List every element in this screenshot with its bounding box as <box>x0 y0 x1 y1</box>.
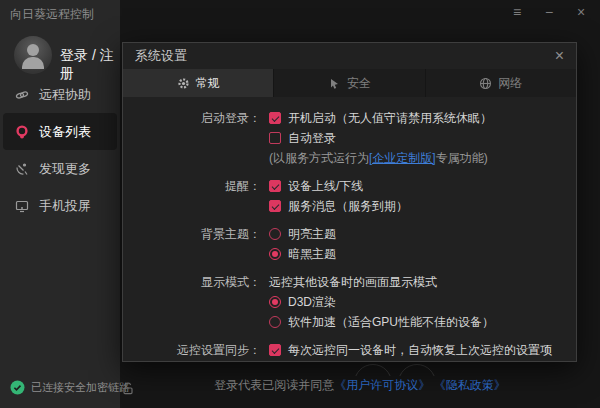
radio-checked-icon[interactable] <box>269 296 281 308</box>
minimize-icon[interactable]: − <box>536 2 562 22</box>
secure-link-text: 已连接安全加密链路 <box>31 380 130 395</box>
discover-icon <box>14 161 30 177</box>
app-window: 向日葵远程控制 ≡ − × 登录 / 注册 远程协助设备列表发现更多手机投屏 已… <box>0 0 600 408</box>
sidebar-item-label: 设备列表 <box>39 123 91 141</box>
menu-icon[interactable]: ≡ <box>504 2 530 22</box>
dialog-title: 系统设置 <box>135 47 555 65</box>
dialog-header: 系统设置 × <box>123 43 576 69</box>
radio-unchecked-icon[interactable] <box>269 228 281 240</box>
settings-body: 启动登录：开机启动（无人值守请禁用系统休眠）自动登录(以服务方式运行为[企业定制… <box>123 97 576 360</box>
option-label: D3D渲染 <box>288 292 336 312</box>
checkbox-option[interactable]: 开机启动（无人值守请禁用系统休眠） <box>269 108 576 128</box>
avatar[interactable] <box>14 36 52 74</box>
tab-label: 常规 <box>196 75 220 92</box>
note-text: (以服务方式运行为[企业定制版]专属功能) <box>269 148 576 168</box>
tab-1[interactable]: 安全 <box>273 69 424 97</box>
checkbox-option[interactable]: 服务消息（服务到期） <box>269 196 576 216</box>
checkbox-option[interactable]: 设备上线/下线 <box>269 176 576 196</box>
sidebar-item-label: 远程协助 <box>39 86 91 104</box>
radio-option[interactable]: 软件加速（适合GPU性能不佳的设备） <box>269 312 576 332</box>
tab-label: 安全 <box>347 75 371 92</box>
section-description: 远控其他设备时的画面显示模式 <box>269 272 576 292</box>
settings-tab-bar: 常规安全网络 <box>123 69 576 97</box>
checkbox-checked-icon[interactable] <box>269 180 281 192</box>
option-label: 开机启动（无人值守请禁用系统休眠） <box>288 108 492 128</box>
checkbox-checked-icon[interactable] <box>269 112 281 124</box>
sidebar: 登录 / 注册 远程协助设备列表发现更多手机投屏 已连接安全加密链路 <box>0 0 120 408</box>
window-controls: ≡ − × <box>504 2 594 22</box>
sidebar-item-0[interactable]: 远程协助 <box>3 76 117 113</box>
sidebar-item-2[interactable]: 发现更多 <box>3 150 117 187</box>
window-title: 向日葵远程控制 <box>10 6 94 23</box>
avatar-person-icon <box>27 44 39 56</box>
option-label: 明亮主题 <box>288 224 336 244</box>
settings-section-2: 背景主题：明亮主题暗黑主题 <box>123 224 576 264</box>
screen-cast-icon <box>14 198 30 214</box>
settings-section-1: 提醒：设备上线/下线服务消息（服务到期） <box>123 176 576 216</box>
option-label: 服务消息（服务到期） <box>288 196 408 216</box>
sidebar-item-label: 手机投屏 <box>39 197 91 215</box>
sidebar-item-1[interactable]: 设备列表 <box>3 113 117 150</box>
option-label: 设备上线/下线 <box>288 176 363 196</box>
agreement-text: 登录代表已阅读并同意 <box>214 378 334 392</box>
section-label: 远控设置同步： <box>123 340 269 360</box>
section-label: 背景主题： <box>123 224 269 264</box>
device-list-icon <box>14 124 30 140</box>
section-label: 显示模式： <box>123 272 269 332</box>
secure-link-status: 已连接安全加密链路 <box>10 380 130 395</box>
checkbox-option[interactable]: 每次远控同一设备时，自动恢复上次远控的设置项 <box>269 340 576 360</box>
enterprise-edition-link[interactable]: [企业定制版] <box>369 148 436 168</box>
checkbox-unchecked-icon[interactable] <box>269 132 281 144</box>
background-circles <box>340 362 460 376</box>
option-label: 软件加速（适合GPU性能不佳的设备） <box>288 312 494 332</box>
license-link[interactable]: 《用户许可协议》 <box>334 378 430 392</box>
tab-2[interactable]: 网络 <box>425 69 576 97</box>
settings-section-0: 启动登录：开机启动（无人值守请禁用系统休眠）自动登录(以服务方式运行为[企业定制… <box>123 108 576 168</box>
settings-section-4: 远控设置同步：每次远控同一设备时，自动恢复上次远控的设置项 <box>123 340 576 360</box>
checkbox-option[interactable]: 自动登录 <box>269 128 576 148</box>
tab-label: 网络 <box>498 75 522 92</box>
sidebar-item-3[interactable]: 手机投屏 <box>3 187 117 224</box>
radio-option[interactable]: 暗黑主题 <box>269 244 576 264</box>
radio-option[interactable]: D3D渲染 <box>269 292 576 312</box>
option-label: 每次远控同一设备时，自动恢复上次远控的设置项 <box>288 340 552 360</box>
tab-0[interactable]: 常规 <box>123 69 273 97</box>
section-label: 提醒： <box>123 176 269 216</box>
settings-section-3: 显示模式：远控其他设备时的画面显示模式D3D渲染软件加速（适合GPU性能不佳的设… <box>123 272 576 332</box>
option-label: 暗黑主题 <box>288 244 336 264</box>
sidebar-item-label: 发现更多 <box>39 160 91 178</box>
section-label: 启动登录： <box>123 108 269 168</box>
checkbox-checked-icon[interactable] <box>269 344 281 356</box>
link-icon <box>14 87 30 103</box>
radio-option[interactable]: 明亮主题 <box>269 224 576 244</box>
shield-check-icon <box>10 380 25 395</box>
security-icon <box>328 77 341 90</box>
dialog-close-icon[interactable]: × <box>555 48 564 64</box>
checkbox-checked-icon[interactable] <box>269 200 281 212</box>
privacy-link[interactable]: 《隐私政策》 <box>434 378 506 392</box>
system-settings-dialog: 系统设置 × 常规安全网络 启动登录：开机启动（无人值守请禁用系统休眠）自动登录… <box>122 42 577 362</box>
gear-icon <box>177 77 190 90</box>
radio-unchecked-icon[interactable] <box>269 316 281 328</box>
close-icon[interactable]: × <box>568 2 594 22</box>
network-icon <box>479 77 492 90</box>
agreement-line: 登录代表已阅读并同意《用户许可协议》 《隐私政策》 <box>120 377 600 394</box>
option-label: 自动登录 <box>288 128 336 148</box>
radio-checked-icon[interactable] <box>269 248 281 260</box>
sidebar-menu: 远程协助设备列表发现更多手机投屏 <box>0 76 120 224</box>
